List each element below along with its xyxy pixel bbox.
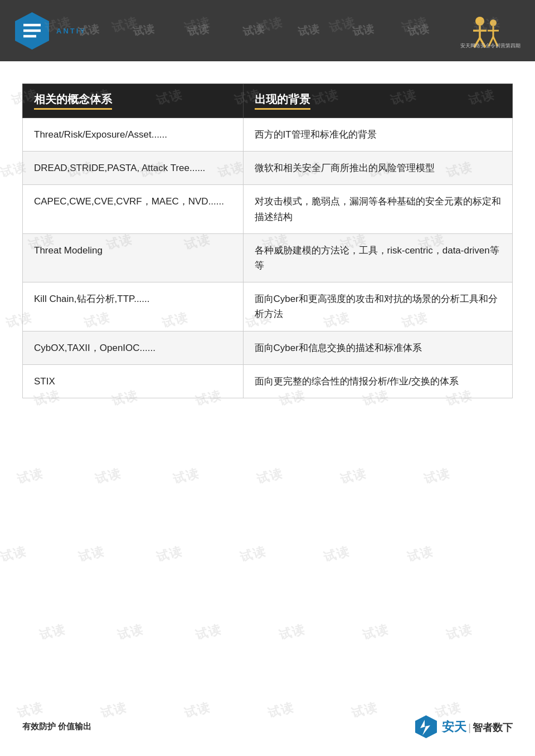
svg-point-10 <box>490 19 497 26</box>
footer-right: 安天 | 智者数下 <box>414 714 513 739</box>
watermark-text: 试读 <box>93 465 123 487</box>
footer: 有效防护 价值输出 安天 | 智者数下 <box>0 709 535 745</box>
concept-cell-left: CAPEC,CWE,CVE,CVRF，MAEC，NVD...... <box>23 185 244 233</box>
watermark-text: 试读 <box>115 621 145 643</box>
shifu-logo-icon: 安天网络安全令训营第四期 <box>459 13 523 49</box>
concept-cell-right: 对攻击模式，脆弱点，漏洞等各种基础的安全元素的标定和描述结构 <box>243 185 512 233</box>
concept-cell-left: CybOX,TAXII，OpenIOC...... <box>23 331 244 364</box>
main-content: 相关的概念体系 出现的背景 Threat/Risk/Exposure/Asset… <box>0 61 535 432</box>
header-right-logo: 安天网络安全令训营第四期 <box>457 11 524 50</box>
watermark-text: 试读 <box>193 621 223 643</box>
concept-cell-right: 面向Cyber和信息交换的描述和标准体系 <box>243 331 512 364</box>
watermark-text: 试读 <box>15 465 45 487</box>
concept-cell-left: Threat/Risk/Exposure/Asset...... <box>23 118 244 152</box>
concept-cell-left: Threat Modeling <box>23 233 244 282</box>
watermark-text: 试读 <box>255 465 285 487</box>
table-row: Threat/Risk/Exposure/Asset......西方的IT管理和… <box>23 118 513 152</box>
watermark-text: 试读 <box>422 465 452 487</box>
antiy-logo-icon <box>11 10 53 52</box>
header-logo: ANTIY <box>11 10 86 52</box>
watermark-text: 试读 <box>405 543 435 565</box>
concept-cell-right: 各种威胁建模的方法论，工具，risk-centric，data-driven等等 <box>243 233 512 282</box>
concept-cell-left: DREAD,STRIDE,PASTA, Attack Tree...... <box>23 152 244 185</box>
table-row: CAPEC,CWE,CVE,CVRF，MAEC，NVD......对攻击模式，脆… <box>23 185 513 233</box>
concept-table: 相关的概念体系 出现的背景 Threat/Risk/Exposure/Asset… <box>22 84 513 398</box>
concept-cell-left: Kill Chain,钻石分析,TTP...... <box>23 282 244 331</box>
footer-slogan: 智者数下 <box>473 721 513 734</box>
col2-header: 出现的背景 <box>243 84 512 118</box>
footer-brand: 安天 <box>442 719 466 735</box>
footer-antiy-icon <box>414 714 439 739</box>
table-row: CybOX,TAXII，OpenIOC......面向Cyber和信息交换的描述… <box>23 331 513 364</box>
header-watermarks: 试读 试读 试读 试读 试读 试读 试读 <box>61 0 446 61</box>
table-row: DREAD,STRIDE,PASTA, Attack Tree......微软和… <box>23 152 513 185</box>
watermark-text: 试读 <box>277 621 307 643</box>
watermark-text: 试读 <box>171 465 201 487</box>
footer-left-text: 有效防护 价值输出 <box>22 721 91 732</box>
svg-point-5 <box>475 17 484 26</box>
watermark-text: 试读 <box>322 543 352 565</box>
concept-cell-right: 西方的IT管理和标准化的背景 <box>243 118 512 152</box>
header: ANTIY 试读 试读 试读 试读 试读 试读 试读 安天网络 <box>0 0 535 61</box>
watermark-text: 试读 <box>338 465 368 487</box>
table-row: Kill Chain,钻石分析,TTP......面向Cyber和更高强度的攻击… <box>23 282 513 331</box>
watermark-text: 试读 <box>361 621 391 643</box>
watermark-text: 试读 <box>444 621 474 643</box>
watermark-text: 试读 <box>238 543 268 565</box>
col1-header: 相关的概念体系 <box>23 84 244 118</box>
concept-cell-right: 微软和相关安全厂商所推出的风险管理模型 <box>243 152 512 185</box>
watermark-text: 试读 <box>0 543 28 565</box>
table-row: Threat Modeling各种威胁建模的方法论，工具，risk-centri… <box>23 233 513 282</box>
svg-text:安天网络安全令训营第四期: 安天网络安全令训营第四期 <box>460 43 521 48</box>
concept-cell-right: 面向更完整的综合性的情报分析/作业/交换的体系 <box>243 364 512 398</box>
concept-cell-left: STIX <box>23 364 244 398</box>
watermark-text: 试读 <box>37 621 67 643</box>
watermark-text: 试读 <box>154 543 184 565</box>
concept-cell-right: 面向Cyber和更高强度的攻击和对抗的场景的分析工具和分析方法 <box>243 282 512 331</box>
antiy-label: ANTIY <box>56 27 86 35</box>
table-row: STIX面向更完整的综合性的情报分析/作业/交换的体系 <box>23 364 513 398</box>
watermark-text: 试读 <box>76 543 106 565</box>
